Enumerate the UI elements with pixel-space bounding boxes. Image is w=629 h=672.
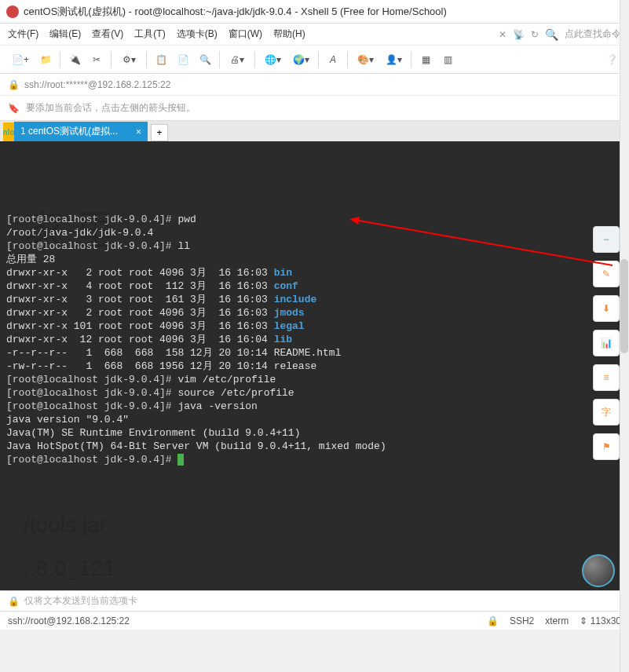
find-button[interactable]: 🔍	[196, 50, 214, 69]
lock-icon: 🔒	[8, 79, 20, 90]
lock-small-icon: 🔒	[8, 596, 20, 607]
tab-close-icon[interactable]: ×	[136, 126, 141, 137]
status-input-bar[interactable]: 🔒 仅将文本发送到当前选项卡	[0, 590, 629, 611]
color-button[interactable]: 🎨▾	[353, 50, 378, 69]
window-title: centOS测试机(虚拟机) - root@localhost:~/java-j…	[24, 5, 447, 19]
status-bar: ssh://root@192.168.2.125:22 🔒 SSH2 xterm…	[0, 611, 629, 630]
menu-help[interactable]: 帮助(H)	[273, 27, 305, 41]
term-line: [root@localhost jdk-9.0.4]#	[6, 400, 177, 412]
term-line: drwxr-xr-x 4 root root 112 3月 16 16:03	[6, 280, 274, 292]
term-line: drwxr-xr-x 12 root root 4096 3月 16 16:04	[6, 334, 274, 345]
side-char-icon[interactable]: 字	[593, 399, 620, 425]
layout-button[interactable]: ▦	[416, 50, 435, 69]
menu-tools[interactable]: 工具(T)	[134, 27, 165, 41]
term-line: 总用量 28	[6, 254, 55, 265]
disconnect-button[interactable]: ✂	[87, 50, 106, 69]
paste-button[interactable]: 📄	[174, 50, 192, 69]
address-bar[interactable]: 🔒 ssh://root:******@192.168.2.125:22	[0, 74, 629, 96]
side-chart-icon[interactable]: 📊	[593, 330, 620, 356]
side-flag-icon[interactable]: ⚑	[593, 433, 620, 460]
search-placeholder[interactable]: 点此查找命令	[565, 27, 621, 41]
status-input-text: 仅将文本发送到当前选项卡	[24, 594, 137, 608]
watermark-3: ..8.0_121	[24, 561, 115, 575]
open-button[interactable]: 📁	[36, 50, 55, 69]
side-minus-icon[interactable]: −	[593, 226, 620, 253]
term-line: /root/java-jdk/jdk-9.0.4	[6, 227, 153, 239]
help-button[interactable]: ❔	[602, 50, 621, 69]
term-line: -r--r--r-- 1 668 668 158 12月 20 10:14 RE…	[6, 347, 341, 359]
avatar[interactable]	[582, 554, 615, 587]
tab-session[interactable]: 1 centOS测试机(虚拟... ×	[14, 122, 148, 141]
copy-button[interactable]: 📋	[152, 50, 170, 69]
menu-tabs[interactable]: 选项卡(B)	[177, 27, 218, 41]
bookmark-icon[interactable]: 🔖	[8, 103, 20, 114]
menu-window[interactable]: 窗口(W)	[229, 27, 262, 41]
menu-view[interactable]: 查看(V)	[92, 27, 123, 41]
term-line: drwxr-xr-x 101 root root 4096 3月 16 16:0…	[6, 320, 274, 332]
menu-bar: 文件(F) 编辑(E) 查看(V) 工具(T) 选项卡(B) 窗口(W) 帮助(…	[0, 24, 629, 46]
user-button[interactable]: 👤▾	[381, 50, 406, 69]
watermark-2: /tools.jar	[24, 518, 107, 531]
toolbar: 📄+ 📁 🔌 ✂ ⚙▾ 📋 📄 🔍 🖨▾ 🌐▾ 🌍▾ A 🎨▾ 👤▾ ▦ ▥ ❔	[0, 46, 629, 74]
tab-label: 1 centOS测试机(虚拟...	[20, 125, 118, 138]
term-line: [root@localhost jdk-9.0.4]#	[6, 240, 177, 252]
status-lock-icon: 🔒	[487, 615, 499, 626]
search-icon[interactable]: 🔍	[545, 28, 558, 41]
app-icon	[6, 5, 19, 18]
side-layers-icon[interactable]: ≡	[593, 364, 620, 391]
info-hint: 要添加当前会话，点击左侧的箭头按钮。	[26, 101, 196, 115]
info-bar: 🔖 要添加当前会话，点击左侧的箭头按钮。	[0, 96, 629, 121]
term-line: [root@localhost jdk-9.0.4]#	[6, 454, 177, 466]
scrollbar-thumb[interactable]	[620, 259, 628, 353]
tab-row: nlo 1 centOS测试机(虚拟... × +	[0, 121, 629, 141]
term-line: [root@localhost jdk-9.0.4]#	[6, 374, 177, 385]
term-line: [root@localhost jdk-9.0.4]#	[6, 214, 177, 225]
term-line: drwxr-xr-x 3 root root 161 3月 16 16:03	[6, 294, 274, 305]
disconnect-icon[interactable]: ✕	[499, 29, 506, 40]
reconnect-button[interactable]: 🔌	[65, 50, 84, 69]
annotation-arrow	[353, 219, 613, 266]
status-address: ssh://root@192.168.2.125:22	[8, 615, 130, 626]
print-button[interactable]: 🖨▾	[225, 50, 250, 69]
side-download-icon[interactable]: ⬇	[593, 295, 620, 322]
term-line: Java(TM) SE Runtime Environment (build 9…	[6, 427, 300, 439]
term-line: drwxr-xr-x 2 root root 4096 3月 16 16:03	[6, 267, 274, 279]
properties-button[interactable]: ⚙▾	[116, 50, 141, 69]
status-ssh: SSH2	[510, 615, 534, 626]
menu-file[interactable]: 文件(F)	[8, 27, 38, 41]
title-bar: centOS测试机(虚拟机) - root@localhost:~/java-j…	[0, 0, 629, 24]
address-text: ssh://root:******@192.168.2.125:22	[24, 79, 170, 90]
term-line: drwxr-xr-x 2 root root 4096 3月 16 16:03	[6, 307, 274, 319]
terminal[interactable]: 家 里 /tools.jar ..8.0_121 [root@localhost…	[0, 141, 629, 590]
web-button[interactable]: 🌍▾	[288, 50, 313, 69]
status-term: xterm	[545, 615, 569, 626]
refresh-icon[interactable]: ↻	[531, 29, 539, 40]
term-line: Java HotSpot(TM) 64-Bit Server VM (build…	[6, 440, 386, 452]
layout2-button[interactable]: ▥	[438, 50, 457, 69]
lang-button[interactable]: 🌐▾	[260, 50, 285, 69]
tab-add-button[interactable]: +	[151, 124, 168, 141]
term-line: java version "9.0.4"	[6, 414, 129, 425]
broadcast-icon[interactable]: 📡	[513, 29, 525, 40]
cursor	[177, 454, 184, 466]
scrollbar[interactable]	[620, 0, 629, 672]
font-button[interactable]: A	[324, 50, 342, 69]
term-line: -rw-r--r-- 1 668 668 1956 12月 20 10:14 r…	[6, 360, 316, 372]
term-line: [root@localhost jdk-9.0.4]#	[6, 387, 177, 399]
new-session-button[interactable]: 📄+	[8, 50, 33, 69]
status-size: ⇕ 113x30	[580, 615, 621, 626]
left-marker: nlo	[3, 122, 14, 141]
menu-edit[interactable]: 编辑(E)	[49, 27, 81, 41]
